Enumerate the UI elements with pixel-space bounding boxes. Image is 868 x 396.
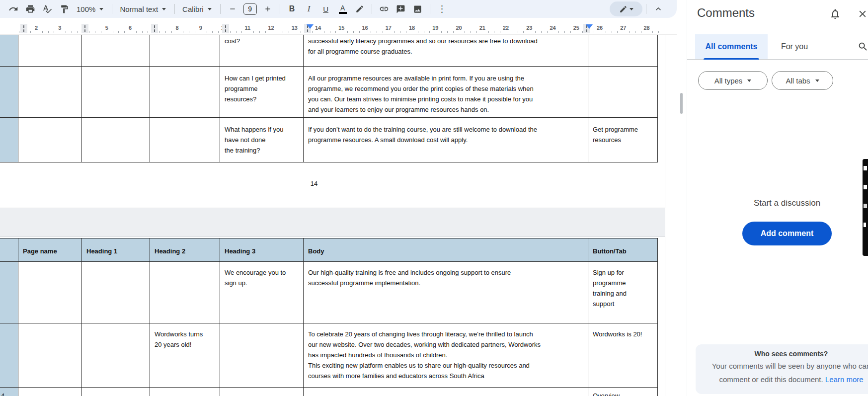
table-cell[interactable] <box>150 262 220 323</box>
table-cell[interactable]: We encourage you to sign up. <box>220 262 304 323</box>
redo-icon[interactable] <box>5 2 22 16</box>
table-cell[interactable]: What happens if you have not done the tr… <box>220 118 304 162</box>
table-cell[interactable] <box>18 35 82 67</box>
table-cell[interactable]: Wordworks turns 20 years old! <box>150 323 220 388</box>
table-cell[interactable]: Wordworks is 20! <box>588 323 658 388</box>
table-cell[interactable]: How can I get printed programme resource… <box>220 67 304 118</box>
ruler-tick <box>236 31 237 33</box>
edge-overlay-widget[interactable] <box>863 159 868 256</box>
table-cell[interactable] <box>220 388 304 396</box>
more-options-button[interactable]: ⋮ <box>434 2 451 16</box>
table-cell[interactable]: Overview <box>588 388 658 396</box>
font-size-decrease-button[interactable] <box>224 2 241 16</box>
font-caret-icon[interactable] <box>208 8 212 10</box>
table-cell[interactable] <box>150 118 220 162</box>
add-comment-button[interactable]: Add comment <box>742 222 832 245</box>
table-cell[interactable] <box>82 35 150 67</box>
table-cell[interactable]: To celebrate 20 years of changing lives … <box>304 323 588 388</box>
table-cell[interactable] <box>150 35 220 67</box>
learn-more-link[interactable]: Learn more <box>825 375 864 384</box>
table-cell[interactable] <box>18 388 82 396</box>
zoom-caret-icon[interactable] <box>99 8 103 10</box>
content-plan-table[interactable]: Page nameHeading 1Heading 2Heading 3Body… <box>0 238 658 396</box>
table-cell[interactable]: If you don’t want to do the training cou… <box>304 118 588 162</box>
indent-marker-icon[interactable] <box>586 24 593 29</box>
notifications-bell-icon[interactable] <box>829 8 841 22</box>
search-comments-icon[interactable] <box>858 41 868 54</box>
table-cell[interactable] <box>220 323 304 388</box>
docs-toolbar: 100% Normal text Calibri 9 B I U A ⋮ <box>0 0 677 18</box>
tab-for-you[interactable]: For you <box>775 34 814 59</box>
ruler-number: 28 <box>641 25 652 31</box>
table-cell[interactable] <box>18 262 82 323</box>
ruler-tick <box>429 31 430 33</box>
document-page-14[interactable]: cost?successful early literacy programme… <box>0 35 665 208</box>
table-cell[interactable]: Sign up for programme training and suppo… <box>588 262 658 323</box>
table-cell[interactable]: cost? <box>220 35 304 67</box>
print-icon[interactable] <box>22 2 39 16</box>
paint-format-icon[interactable] <box>56 2 73 16</box>
document-scrollbar[interactable] <box>680 93 683 114</box>
tab-all-comments[interactable]: All comments <box>695 34 768 59</box>
text-color-button[interactable]: A <box>334 2 351 16</box>
ruler-number: 11 <box>242 25 253 31</box>
table-cell[interactable] <box>588 67 658 118</box>
table-cell[interactable] <box>304 388 588 396</box>
paragraph-style-select[interactable]: Normal text <box>120 5 158 13</box>
editing-mode-button[interactable] <box>610 1 642 16</box>
table-cell[interactable]: Get programme resources <box>588 118 658 162</box>
column-marker[interactable] <box>222 24 229 33</box>
bold-button[interactable]: B <box>284 2 301 16</box>
column-marker[interactable] <box>151 24 158 33</box>
font-size-input[interactable]: 9 <box>243 3 257 15</box>
font-size-increase-button[interactable] <box>259 2 276 16</box>
filter-all-types-dropdown[interactable]: All types <box>698 71 768 90</box>
comments-panel-title: Comments <box>697 6 755 20</box>
underline-button[interactable]: U <box>317 2 334 16</box>
highlight-color-icon[interactable] <box>351 2 368 16</box>
indent-marker-icon[interactable] <box>307 24 314 29</box>
table-cell[interactable] <box>150 67 220 118</box>
font-select[interactable]: Calibri <box>182 5 204 13</box>
hide-menus-button[interactable] <box>650 2 667 16</box>
table-cell[interactable] <box>150 388 220 396</box>
table-cell[interactable] <box>82 67 150 118</box>
column-marker[interactable] <box>20 24 27 33</box>
column-marker[interactable] <box>81 24 88 33</box>
document-page-15[interactable]: Page nameHeading 1Heading 2Heading 3Body… <box>0 237 665 396</box>
zoom-select[interactable]: 100% <box>77 5 95 13</box>
insert-link-icon[interactable] <box>376 2 393 16</box>
table-cell[interactable] <box>18 118 82 162</box>
close-panel-icon[interactable] <box>857 8 868 21</box>
insert-image-icon[interactable] <box>409 2 426 16</box>
style-caret-icon[interactable] <box>162 8 166 10</box>
table-row: Wordworks turns 20 years old!To celebrat… <box>0 323 658 388</box>
ruler-tick <box>594 31 594 33</box>
table-cell[interactable] <box>82 388 150 396</box>
ruler-tick <box>259 31 260 33</box>
table-cell[interactable] <box>588 35 658 67</box>
ruler[interactable]: 2345678910111213141516171819202122232425… <box>0 23 677 35</box>
table-cell[interactable]: Our high-quality training is free and in… <box>304 262 588 323</box>
table-row: What happens if you have not done the tr… <box>0 118 658 162</box>
spellcheck-icon[interactable] <box>39 2 56 16</box>
ruler-tick <box>72 31 72 33</box>
table-cell[interactable] <box>18 323 82 388</box>
page-break-gap <box>0 208 665 237</box>
ruler-tick <box>447 31 448 33</box>
ruler-tick <box>606 31 606 33</box>
ruler-tick <box>476 31 477 33</box>
filter-all-tabs-dropdown[interactable]: All tabs <box>772 71 833 90</box>
table-cell[interactable] <box>82 118 150 162</box>
table-cell[interactable] <box>82 323 150 388</box>
ruler-tick <box>30 31 31 33</box>
italic-button[interactable]: I <box>301 2 317 16</box>
add-comment-icon[interactable] <box>393 2 409 16</box>
faq-table[interactable]: cost?successful early literacy programme… <box>0 35 658 162</box>
table-cell[interactable]: successful early literacy programmes and… <box>304 35 588 67</box>
table-cell[interactable] <box>18 67 82 118</box>
ruler-tick <box>89 31 89 33</box>
table-cell[interactable] <box>82 262 150 323</box>
ruler-tick <box>494 31 494 33</box>
table-cell[interactable]: All our programme resources are availabl… <box>304 67 588 118</box>
